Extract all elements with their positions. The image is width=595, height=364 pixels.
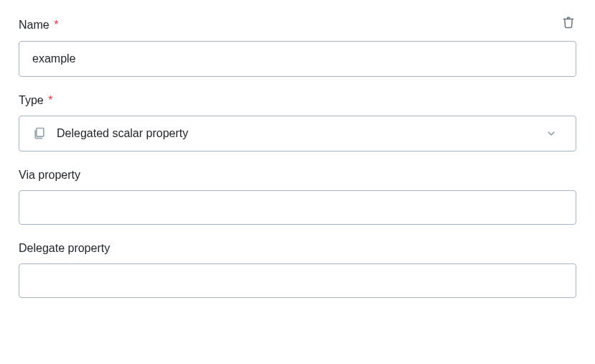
via-property-label-wrapper: Via property (19, 169, 576, 182)
type-field-group: Delegated scalar property (19, 116, 576, 151)
type-label-wrapper: Type * (19, 94, 576, 107)
type-select-value: Delegated scalar property (57, 127, 535, 140)
type-label-text: Type (19, 94, 44, 106)
via-property-input[interactable] (19, 190, 576, 225)
delegate-property-field-group (19, 263, 576, 298)
name-required-mark: * (54, 19, 58, 31)
name-field-group (19, 41, 576, 77)
property-type-icon (32, 126, 47, 141)
type-required-mark: * (48, 94, 52, 106)
trash-icon (562, 16, 575, 31)
via-property-field-group (19, 190, 576, 225)
svg-rect-0 (37, 129, 44, 137)
type-select[interactable]: Delegated scalar property (19, 116, 576, 151)
type-select-wrapper: Delegated scalar property (19, 116, 576, 151)
delete-button[interactable] (561, 14, 576, 32)
delegate-property-label-wrapper: Delegate property (19, 242, 576, 255)
name-label: Name * (19, 19, 561, 32)
name-label-wrapper: Name * (19, 19, 561, 32)
chevron-down-icon (545, 128, 563, 139)
name-label-text: Name (19, 19, 50, 31)
name-label-row: Name * (19, 19, 576, 32)
delegate-property-label: Delegate property (19, 242, 576, 255)
type-label: Type * (19, 94, 576, 107)
property-form: Name * Type * (19, 19, 576, 298)
via-property-label: Via property (19, 169, 576, 182)
name-input[interactable] (19, 41, 576, 77)
delegate-property-input[interactable] (19, 263, 576, 298)
